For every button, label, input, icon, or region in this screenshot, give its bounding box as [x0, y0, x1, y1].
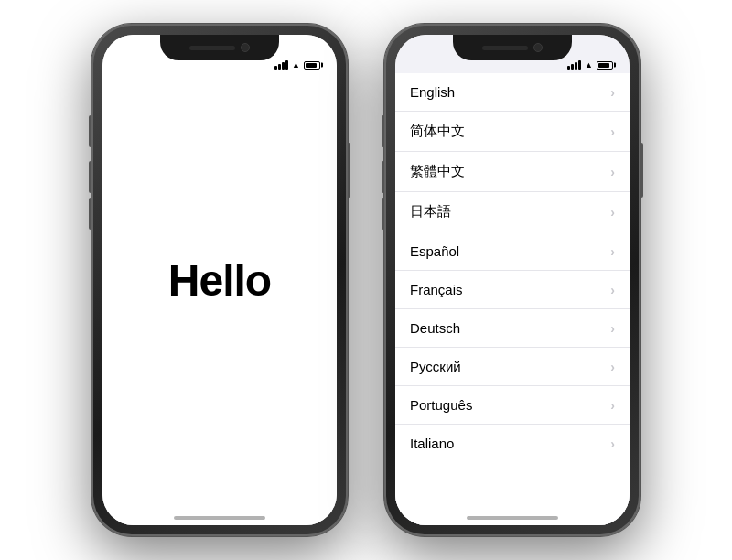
- phone-screen-hello: ▲ Hello: [102, 35, 337, 525]
- chevron-simplified-chinese: ›: [610, 124, 615, 139]
- speaker-hello: [189, 46, 235, 50]
- phone-screen-language: ▲ English›简体中文›繁體中文›日本語›Español›Français…: [395, 35, 630, 525]
- chevron-german: ›: [610, 321, 615, 336]
- bar3: [575, 62, 577, 70]
- chevron-italian: ›: [610, 436, 615, 451]
- language-item-french[interactable]: Français›: [395, 271, 630, 309]
- bar4: [578, 60, 581, 70]
- notch-hello: [160, 35, 279, 60]
- status-icons-hello: ▲: [274, 60, 320, 70]
- status-icons-language: ▲: [567, 60, 613, 70]
- language-screen: English›简体中文›繁體中文›日本語›Español›Français›D…: [395, 35, 630, 525]
- language-name-japanese: 日本語: [410, 203, 451, 221]
- chevron-portuguese: ›: [610, 398, 615, 413]
- battery-fill-hello: [306, 63, 317, 68]
- chevron-english: ›: [610, 85, 615, 100]
- wifi-language: ▲: [585, 60, 593, 70]
- language-name-spanish: Español: [410, 243, 459, 259]
- language-item-spanish[interactable]: Español›: [395, 232, 630, 271]
- camera-language: [533, 43, 543, 52]
- chevron-spanish: ›: [610, 244, 615, 259]
- signal-language: [567, 60, 581, 70]
- home-indicator-language: [467, 516, 558, 520]
- hello-text: Hello: [168, 255, 271, 306]
- wifi-hello: ▲: [292, 60, 300, 70]
- notch-language: [453, 35, 572, 60]
- chevron-russian: ›: [610, 360, 615, 374]
- language-item-traditional-chinese[interactable]: 繁體中文›: [395, 152, 630, 192]
- language-name-italian: Italiano: [410, 436, 454, 451]
- bar4: [285, 60, 288, 70]
- bar2: [571, 64, 574, 70]
- bar1: [274, 66, 277, 70]
- speaker-language: [482, 46, 528, 50]
- chevron-french: ›: [610, 283, 615, 297]
- language-name-german: Deutsch: [410, 320, 460, 336]
- language-name-traditional-chinese: 繁體中文: [410, 163, 465, 180]
- language-name-english: English: [410, 84, 455, 100]
- language-name-portuguese: Português: [410, 397, 472, 413]
- signal-hello: [274, 60, 288, 70]
- chevron-traditional-chinese: ›: [610, 165, 615, 179]
- bar1: [567, 66, 570, 70]
- language-item-simplified-chinese[interactable]: 简体中文›: [395, 112, 630, 152]
- battery-hello: [304, 61, 320, 70]
- camera-hello: [241, 43, 250, 52]
- language-item-italian[interactable]: Italiano›: [395, 425, 630, 462]
- chevron-japanese: ›: [610, 205, 615, 220]
- language-item-german[interactable]: Deutsch›: [395, 309, 630, 348]
- language-list: English›简体中文›繁體中文›日本語›Español›Français›D…: [395, 73, 630, 525]
- language-item-portuguese[interactable]: Português›: [395, 386, 630, 425]
- phone-language: ▲ English›简体中文›繁體中文›日本語›Español›Français…: [384, 24, 640, 536]
- language-name-simplified-chinese: 简体中文: [410, 123, 465, 140]
- battery-fill-language: [598, 63, 609, 68]
- battery-language: [597, 61, 613, 70]
- language-name-french: Français: [410, 282, 463, 297]
- language-item-english[interactable]: English›: [395, 73, 630, 112]
- bar2: [278, 64, 281, 70]
- home-indicator-hello: [174, 516, 265, 520]
- phone-hello: ▲ Hello: [92, 24, 348, 536]
- language-item-japanese[interactable]: 日本語›: [395, 192, 630, 232]
- hello-screen: Hello: [102, 35, 337, 525]
- bar3: [282, 62, 285, 70]
- language-name-russian: Русский: [410, 359, 461, 374]
- language-item-russian[interactable]: Русский›: [395, 348, 630, 386]
